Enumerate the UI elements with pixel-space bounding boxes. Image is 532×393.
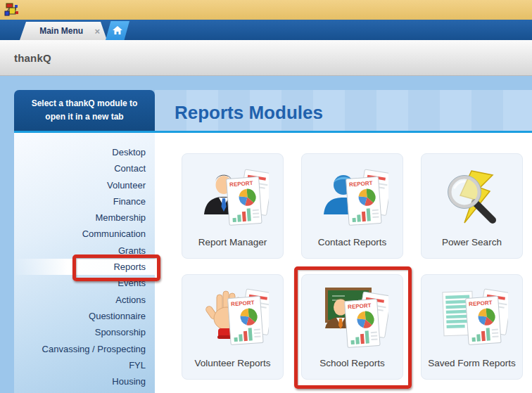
tile-contact-reports[interactable]: Contact Reports xyxy=(301,153,403,259)
sidebar-item-communication[interactable]: Communication xyxy=(14,226,155,242)
window-titlebar xyxy=(0,0,532,20)
sidebar-item-fyl[interactable]: FYL xyxy=(14,357,155,373)
tile-label: Contact Reports xyxy=(318,237,387,247)
tile-saved-form-reports[interactable]: Saved Form Reports xyxy=(421,274,523,380)
sidebar-item-grants[interactable]: Grants xyxy=(14,243,155,259)
tab-main-menu-label: Main Menu xyxy=(32,26,90,36)
sidebar-item-housing[interactable]: Housing xyxy=(14,373,155,389)
tile-report-manager[interactable]: Report Manager xyxy=(182,153,284,259)
report-manager-icon xyxy=(197,164,269,228)
sidebar-item-volunteer[interactable]: Volunteer xyxy=(14,177,155,193)
sidebar-module-list: Desktop Contact Volunteer Finance Member… xyxy=(14,133,155,393)
app-header: thankQ xyxy=(0,40,532,76)
tile-volunteer-reports[interactable]: Volunteer Reports xyxy=(182,274,284,380)
thankq-main-menu-window: REPORT xyxy=(0,0,532,393)
sidebar-item-events[interactable]: Events xyxy=(14,275,155,291)
sidebar-header-line2: open it in a new tab xyxy=(14,110,155,124)
brand-logo-text: thankQ xyxy=(14,52,51,64)
thankq-app-icon xyxy=(4,3,18,17)
tab-main-menu[interactable]: Main Menu × xyxy=(20,22,107,40)
tab-close-icon[interactable]: × xyxy=(94,26,100,37)
sidebar-item-questionnaire[interactable]: Questionnaire xyxy=(14,308,155,324)
sidebar-item-membership[interactable]: Membership xyxy=(14,210,155,226)
modules-grid: Report Manager Contact Reports Power Sea… xyxy=(155,133,532,393)
sidebar-header-line1: Select a thankQ module to xyxy=(14,97,155,110)
school-reports-icon xyxy=(317,285,388,349)
sidebar-item-canvassing-prospecting[interactable]: Canvassing / Prospecting xyxy=(14,341,155,357)
home-icon xyxy=(113,26,122,35)
tile-label: School Reports xyxy=(319,358,384,368)
tile-label: Saved Form Reports xyxy=(428,358,516,368)
page-title-band: Reports Modules xyxy=(155,90,532,133)
saved-form-reports-icon xyxy=(436,285,508,349)
tile-power-search[interactable]: Power Search xyxy=(421,153,523,259)
tile-school-reports[interactable]: School Reports xyxy=(301,274,403,380)
power-search-icon xyxy=(436,164,508,228)
contact-reports-icon xyxy=(317,164,388,228)
sidebar-item-sponsorship[interactable]: Sponsorship xyxy=(14,324,155,340)
sidebar-header: Select a thankQ module to open it in a n… xyxy=(14,90,155,133)
tile-label: Report Manager xyxy=(198,237,267,247)
sidebar-item-actions[interactable]: Actions xyxy=(14,292,155,308)
tile-label: Volunteer Reports xyxy=(194,358,270,368)
sidebar-item-finance[interactable]: Finance xyxy=(14,193,155,210)
tile-label: Power Search xyxy=(442,237,502,247)
sidebar-item-contact[interactable]: Contact xyxy=(14,160,155,176)
sidebar-item-desktop[interactable]: Desktop xyxy=(14,144,155,160)
page-title: Reports Modules xyxy=(175,102,323,124)
volunteer-reports-icon xyxy=(197,285,269,349)
sidebar-item-reports[interactable]: Reports xyxy=(14,259,155,275)
